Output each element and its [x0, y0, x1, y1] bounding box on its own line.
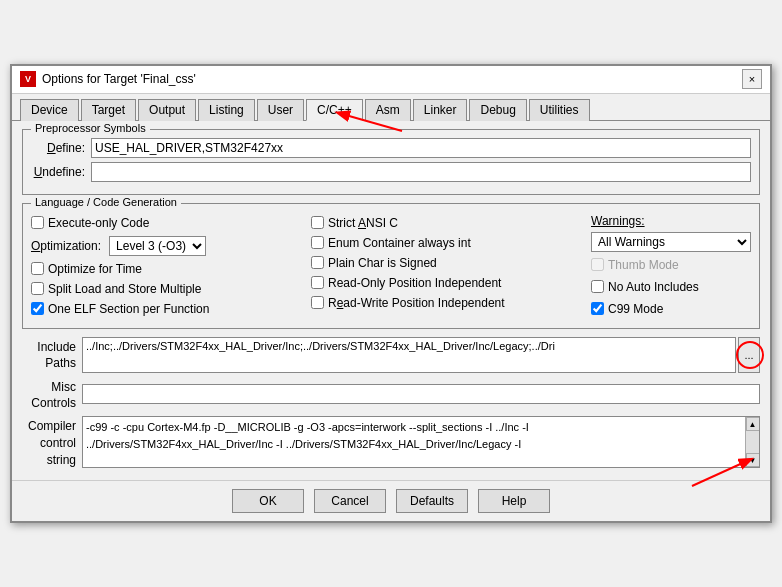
tab-debug[interactable]: Debug: [469, 99, 526, 121]
optimization-row: Optimization: Level 3 (-O3): [31, 236, 303, 256]
content-area: Preprocessor Symbols Define: Undefine: L…: [12, 121, 770, 481]
dialog-title: Options for Target 'Final_css': [42, 72, 196, 86]
enum-container-check[interactable]: [311, 236, 324, 249]
preprocessor-group: Preprocessor Symbols Define: Undefine:: [22, 129, 760, 195]
define-row: Define:: [31, 138, 751, 158]
cancel-button[interactable]: Cancel: [314, 489, 386, 513]
tab-target[interactable]: Target: [81, 99, 136, 121]
misc-controls-row: MiscControls: [22, 377, 760, 413]
warnings-select[interactable]: All Warnings: [591, 232, 751, 252]
enum-container-row: Enum Container always int: [311, 236, 583, 250]
compiler-line1: -c99 -c -cpu Cortex-M4.fp -D__MICROLIB -…: [86, 419, 756, 436]
define-label: Define:: [31, 141, 91, 155]
defaults-button[interactable]: Defaults: [396, 489, 468, 513]
compiler-control-label: Compilercontrolstring: [22, 416, 82, 468]
tab-utilities[interactable]: Utilities: [529, 99, 590, 121]
read-only-check[interactable]: [311, 276, 324, 289]
one-elf-row: One ELF Section per Function: [31, 302, 303, 316]
thumb-mode-row: Thumb Mode: [591, 258, 751, 272]
browse-dots: ...: [744, 349, 753, 361]
read-only-row: Read-Only Position Independent: [311, 276, 583, 290]
tab-user[interactable]: User: [257, 99, 304, 121]
optimize-time-label: Optimize for Time: [48, 262, 142, 276]
tab-cpp[interactable]: C/C++: [306, 99, 363, 121]
close-button[interactable]: ×: [742, 69, 762, 89]
compiler-scrollbar[interactable]: ▲ ▼: [745, 417, 759, 467]
tabs-bar: Device Target Output Listing User C/C++ …: [12, 94, 770, 121]
enum-container-label: Enum Container always int: [328, 236, 471, 250]
language-group: Language / Code Generation Execute-only …: [22, 203, 760, 329]
optimization-select[interactable]: Level 3 (-O3): [109, 236, 206, 256]
optimize-time-check[interactable]: [31, 262, 44, 275]
undefine-input[interactable]: [91, 162, 751, 182]
execute-only-row: Execute-only Code: [31, 216, 303, 230]
compiler-text-wrap: -c99 -c -cpu Cortex-M4.fp -D__MICROLIB -…: [82, 416, 760, 468]
scroll-down-arrow[interactable]: ▼: [746, 453, 760, 467]
scroll-up-arrow[interactable]: ▲: [746, 417, 760, 431]
bottom-buttons: OK Cancel Defaults Help: [12, 480, 770, 521]
c99-mode-check[interactable]: [591, 302, 604, 315]
undefine-label: Undefine:: [31, 165, 91, 179]
include-paths-row: IncludePaths ../Inc;../Drivers/STM32F4xx…: [22, 337, 760, 373]
strict-ansi-check[interactable]: [311, 216, 324, 229]
tab-output[interactable]: Output: [138, 99, 196, 121]
strict-ansi-row: Strict ANSI C: [311, 216, 583, 230]
dialog: V Options for Target 'Final_css' × Devic…: [10, 64, 772, 524]
no-auto-includes-row: No Auto Includes: [591, 280, 751, 294]
tab-device[interactable]: Device: [20, 99, 79, 121]
c99-mode-row: C99 Mode: [591, 302, 751, 316]
compiler-control-row: Compilercontrolstring -c99 -c -cpu Corte…: [22, 416, 760, 468]
strict-ansi-label: Strict ANSI C: [328, 216, 398, 230]
language-group-label: Language / Code Generation: [31, 196, 181, 208]
include-field-wrap: ../Inc;../Drivers/STM32F4xx_HAL_Driver/I…: [82, 337, 760, 373]
preprocessor-group-label: Preprocessor Symbols: [31, 122, 150, 134]
ok-button[interactable]: OK: [232, 489, 304, 513]
app-icon: V: [20, 71, 36, 87]
define-input[interactable]: [91, 138, 751, 158]
plain-char-row: Plain Char is Signed: [311, 256, 583, 270]
optimize-time-row: Optimize for Time: [31, 262, 303, 276]
tab-linker[interactable]: Linker: [413, 99, 468, 121]
compiler-line2: ../Drivers/STM32F4xx_HAL_Driver/Inc -I .…: [86, 436, 756, 453]
one-elf-check[interactable]: [31, 302, 44, 315]
warnings-label: Warnings:: [591, 214, 751, 228]
one-elf-label: One ELF Section per Function: [48, 302, 209, 316]
split-load-row: Split Load and Store Multiple: [31, 282, 303, 296]
no-auto-includes-check[interactable]: [591, 280, 604, 293]
tab-asm[interactable]: Asm: [365, 99, 411, 121]
no-auto-includes-label: No Auto Includes: [608, 280, 699, 294]
c99-mode-label: C99 Mode: [608, 302, 663, 316]
read-write-row: Read-Write Position Independent: [311, 296, 583, 310]
include-paths-label: IncludePaths: [22, 337, 82, 373]
read-only-label: Read-Only Position Independent: [328, 276, 501, 290]
thumb-mode-label: Thumb Mode: [608, 258, 679, 272]
undefine-row: Undefine:: [31, 162, 751, 182]
read-write-check[interactable]: [311, 296, 324, 309]
optimization-label: Optimization:: [31, 239, 101, 253]
plain-char-label: Plain Char is Signed: [328, 256, 437, 270]
read-write-label: Read-Write Position Independent: [328, 296, 505, 310]
include-browse-button[interactable]: ...: [738, 337, 760, 373]
tab-listing[interactable]: Listing: [198, 99, 255, 121]
thumb-mode-check: [591, 258, 604, 271]
title-bar: V Options for Target 'Final_css' ×: [12, 66, 770, 94]
execute-only-check[interactable]: [31, 216, 44, 229]
plain-char-check[interactable]: [311, 256, 324, 269]
misc-controls-input[interactable]: [82, 384, 760, 404]
split-load-label: Split Load and Store Multiple: [48, 282, 201, 296]
include-paths-input[interactable]: ../Inc;../Drivers/STM32F4xx_HAL_Driver/I…: [82, 337, 736, 373]
split-load-check[interactable]: [31, 282, 44, 295]
help-button[interactable]: Help: [478, 489, 550, 513]
compiler-control-text: -c99 -c -cpu Cortex-M4.fp -D__MICROLIB -…: [83, 417, 759, 454]
title-bar-left: V Options for Target 'Final_css': [20, 71, 196, 87]
execute-only-label: Execute-only Code: [48, 216, 149, 230]
misc-controls-label: MiscControls: [22, 377, 82, 413]
warnings-col: Warnings: All Warnings Thumb Mode No Aut…: [591, 214, 751, 318]
